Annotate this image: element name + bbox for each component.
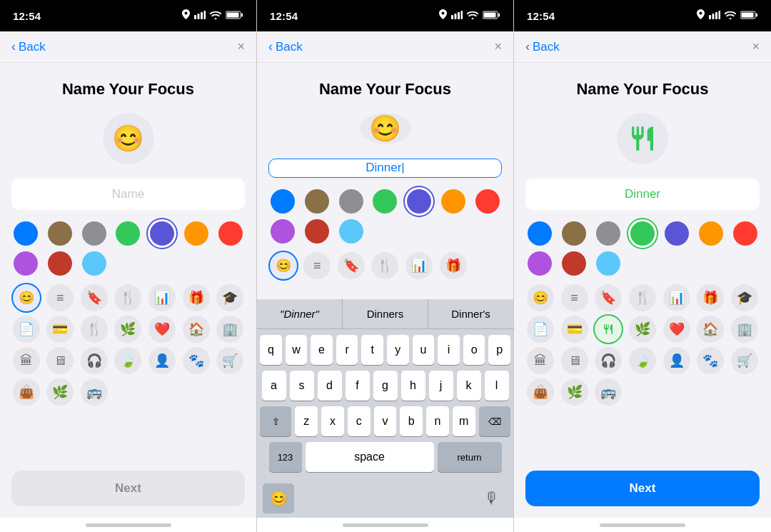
color-option-6[interactable] xyxy=(218,221,243,246)
back-button[interactable]: ‹ Back xyxy=(11,39,46,54)
icon-option-3[interactable]: 🍴 xyxy=(629,284,656,311)
key-b[interactable]: b xyxy=(400,406,423,436)
next-button[interactable]: Next xyxy=(11,471,245,506)
color-option-7[interactable] xyxy=(528,251,552,276)
icon-option-12[interactable]: 🏠 xyxy=(183,316,210,343)
icon-option-16[interactable]: 🎧 xyxy=(595,347,622,374)
key-v[interactable]: v xyxy=(374,406,397,436)
icon-option-14[interactable]: 🏛 xyxy=(527,347,554,374)
icon-option-0[interactable]: 😊 xyxy=(13,284,40,311)
color-option-5[interactable] xyxy=(441,189,465,214)
icon-option-2[interactable]: 🔖 xyxy=(338,252,365,279)
color-option-5[interactable] xyxy=(699,221,723,246)
icon-option-7[interactable]: 📄 xyxy=(527,316,554,343)
color-option-3[interactable] xyxy=(116,221,140,246)
focus-icon[interactable]: 😊 xyxy=(103,113,154,164)
color-option-4[interactable] xyxy=(407,189,431,214)
icon-option-11[interactable]: ❤️ xyxy=(663,316,690,343)
color-option-1[interactable] xyxy=(305,189,329,214)
key-x[interactable]: x xyxy=(321,406,344,436)
key-t[interactable]: t xyxy=(361,335,383,365)
color-option-6[interactable] xyxy=(733,221,757,246)
color-option-7[interactable] xyxy=(271,219,295,244)
key-c[interactable]: c xyxy=(348,406,371,436)
icon-option-1[interactable]: ≡ xyxy=(303,252,331,279)
icon-option-20[interactable]: 🛒 xyxy=(731,347,758,374)
icon-option-12[interactable]: 🏠 xyxy=(697,316,724,343)
icon-option-21[interactable]: 👜 xyxy=(527,378,554,406)
key-q[interactable]: q xyxy=(260,335,282,365)
icon-option-19[interactable]: 🐾 xyxy=(183,347,210,374)
key-m[interactable]: m xyxy=(453,406,475,436)
next-button[interactable]: Next xyxy=(525,471,760,506)
color-option-4[interactable] xyxy=(150,221,174,246)
color-option-8[interactable] xyxy=(48,251,72,276)
icon-option-10[interactable]: 🌿 xyxy=(114,316,141,343)
key-r[interactable]: r xyxy=(336,335,358,365)
icon-option-20[interactable]: 🛒 xyxy=(216,347,243,374)
microphone-button[interactable]: 🎙 xyxy=(476,483,508,513)
icon-option-16[interactable]: 🎧 xyxy=(81,347,108,374)
icon-option-18[interactable]: 👤 xyxy=(148,347,176,374)
icon-option-8[interactable]: 💳 xyxy=(46,316,74,343)
color-option-2[interactable] xyxy=(339,189,363,214)
key-f[interactable]: f xyxy=(346,371,370,401)
close-button[interactable]: × xyxy=(237,39,245,54)
icon-option-2[interactable]: 🔖 xyxy=(595,284,622,311)
color-option-2[interactable] xyxy=(82,221,106,246)
key-h[interactable]: h xyxy=(401,371,425,401)
space-key[interactable]: space xyxy=(306,442,434,472)
icon-option-1[interactable]: ≡ xyxy=(46,284,74,311)
color-option-5[interactable] xyxy=(184,221,208,246)
icon-option-8[interactable]: 💳 xyxy=(561,316,588,343)
key-i[interactable]: i xyxy=(438,335,460,365)
color-option-0[interactable] xyxy=(528,221,552,246)
color-option-1[interactable] xyxy=(48,221,72,246)
return-key[interactable]: return xyxy=(438,442,502,472)
icon-option-23[interactable]: 🚌 xyxy=(595,378,622,406)
icon-option-17[interactable]: 🍃 xyxy=(114,347,141,374)
icon-option-22[interactable]: 🌿 xyxy=(46,378,74,406)
key-s[interactable]: s xyxy=(290,371,314,401)
color-option-3[interactable] xyxy=(373,189,397,214)
color-option-3[interactable] xyxy=(630,221,655,246)
icon-option-1[interactable]: ≡ xyxy=(561,284,588,311)
icon-option-17[interactable]: 🍃 xyxy=(629,347,656,374)
key-z[interactable]: z xyxy=(295,406,318,436)
suggestion-0[interactable]: "Dinner" xyxy=(257,299,343,328)
icon-option-15[interactable]: 🖥 xyxy=(561,347,588,374)
key-a[interactable]: a xyxy=(262,371,286,401)
color-option-0[interactable] xyxy=(271,189,295,214)
icon-option-0[interactable]: 😊 xyxy=(527,284,554,311)
name-input[interactable]: Dinner| xyxy=(268,159,502,178)
name-input[interactable]: Name xyxy=(11,179,245,210)
icon-option-4[interactable]: 📊 xyxy=(148,284,176,311)
key-y[interactable]: y xyxy=(387,335,409,365)
icon-option-11[interactable]: ❤️ xyxy=(148,316,176,343)
key-o[interactable]: o xyxy=(463,335,485,365)
icon-option-5[interactable]: 🎁 xyxy=(183,284,210,311)
icon-option-13[interactable]: 🏢 xyxy=(216,316,243,343)
delete-key[interactable]: ⌫ xyxy=(479,406,510,436)
icon-option-23[interactable]: 🚌 xyxy=(81,378,108,406)
key-l[interactable]: l xyxy=(485,371,509,401)
key-w[interactable]: w xyxy=(286,335,308,365)
color-option-1[interactable] xyxy=(562,221,586,246)
color-option-2[interactable] xyxy=(596,221,620,246)
name-input[interactable]: Dinner xyxy=(525,179,760,210)
close-button[interactable]: × xyxy=(752,39,760,54)
icon-option-2[interactable]: 🔖 xyxy=(81,284,108,311)
icon-option-9[interactable]: 🍴 xyxy=(81,316,108,343)
icon-option-14[interactable]: 🏛 xyxy=(13,347,40,374)
color-option-9[interactable] xyxy=(596,251,620,276)
color-option-0[interactable] xyxy=(14,221,38,246)
icon-option-19[interactable]: 🐾 xyxy=(697,347,724,374)
icon-option-22[interactable]: 🌿 xyxy=(561,378,588,406)
color-option-9[interactable] xyxy=(339,219,363,244)
key-u[interactable]: u xyxy=(413,335,435,365)
color-option-4[interactable] xyxy=(665,221,689,246)
key-g[interactable]: g xyxy=(373,371,398,401)
color-option-7[interactable] xyxy=(14,251,38,276)
icon-option-0[interactable]: 😊 xyxy=(270,252,297,279)
icon-option-4[interactable]: 📊 xyxy=(405,252,433,279)
